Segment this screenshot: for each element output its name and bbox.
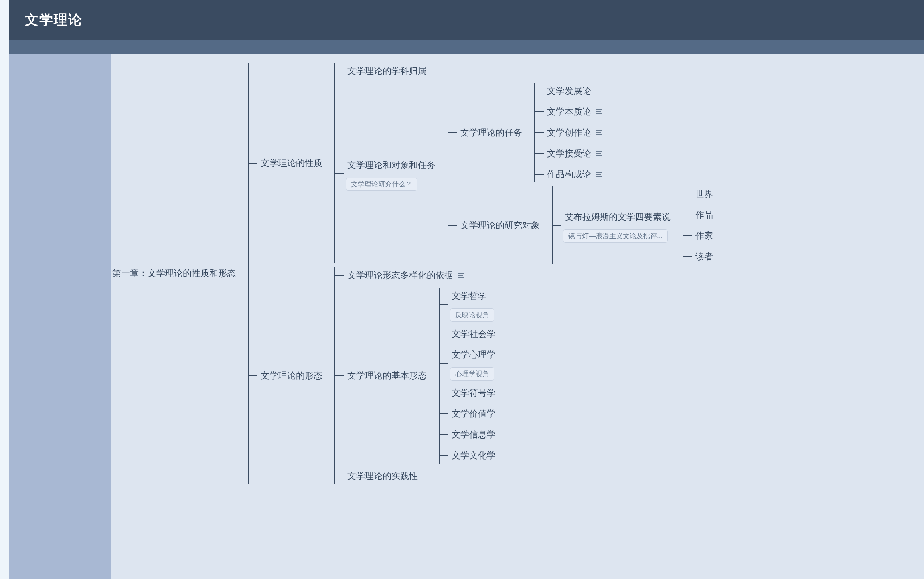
mindmap-node-label[interactable]: 读者 [694, 248, 715, 265]
mindmap-node[interactable]: 文学理论的形态文学理论形态多样化的依据文学理论的基本形态文学哲学反映论视角文学社… [259, 267, 715, 484]
mindmap-node-label[interactable]: 文学理论的实践性 [346, 468, 419, 484]
notes-icon[interactable] [596, 172, 602, 177]
mindmap-node-label[interactable]: 作家 [694, 227, 715, 244]
mindmap-node-label[interactable]: 世界 [694, 186, 715, 202]
mindmap-node-label[interactable]: 文学文化学 [450, 447, 497, 464]
mindmap-node[interactable]: 文学哲学反映论视角 [450, 287, 498, 322]
mindmap-node-label[interactable]: 文学理论的研究对象 [459, 217, 541, 234]
mindmap-node[interactable]: 文学理论的学科归属 [346, 63, 715, 79]
mindmap-node-label[interactable]: 文学哲学 [450, 287, 488, 304]
mindmap-node[interactable]: 文学社会学 [450, 326, 498, 342]
mindmap-children: 世界作品作家读者 [683, 186, 715, 265]
app-subheader [9, 40, 924, 54]
mindmap-node-label[interactable]: 文学理论的学科归属 [346, 63, 428, 79]
mindmap-children: 文学哲学反映论视角文学社会学文学心理学心理学视角文学符号学文学价值学文学信息学文… [439, 288, 498, 464]
mindmap-node-caption: 文学理论研究什么？ [346, 178, 417, 191]
mindmap-node[interactable]: 第一章：文学理论的性质和形态文学理论的性质文学理论的学科归属文学理论和对象和任务… [111, 63, 715, 484]
mindmap-node[interactable]: 文学文化学 [450, 447, 498, 464]
mindmap-node[interactable]: 文学心理学心理学视角 [450, 346, 498, 381]
mindmap-node-label[interactable]: 第一章：文学理论的性质和形态 [111, 265, 237, 282]
mindmap-node[interactable]: 文学理论形态多样化的依据 [346, 267, 498, 284]
mindmap-node-label[interactable]: 文学创作论 [545, 124, 593, 141]
mindmap-node[interactable]: 文学理论和对象和任务文学理论研究什么？文学理论的任务文学发展论文学本质论文学创作… [346, 83, 715, 264]
notes-icon[interactable] [596, 109, 602, 114]
mindmap-node-label[interactable]: 文学理论形态多样化的依据 [346, 267, 455, 284]
mindmap-node[interactable]: 作家 [694, 227, 715, 244]
notes-icon[interactable] [596, 89, 602, 93]
notes-icon[interactable] [458, 273, 464, 278]
notes-icon[interactable] [596, 151, 602, 156]
mindmap-node-label[interactable]: 文学理论的性质 [259, 155, 324, 172]
mindmap-node[interactable]: 作品 [694, 206, 715, 223]
mindmap-node[interactable]: 文学理论的基本形态文学哲学反映论视角文学社会学文学心理学心理学视角文学符号学文学… [346, 288, 498, 464]
mindmap-node-caption: 镜与灯—浪漫主义文论及批评... [563, 229, 668, 243]
mindmap-node[interactable]: 作品构成论 [545, 166, 602, 183]
mindmap-node[interactable]: 文学理论的研究对象艾布拉姆斯的文学四要素说镜与灯—浪漫主义文论及批评...世界作… [459, 186, 715, 264]
app-header: 文学理论 [9, 0, 924, 40]
mindmap-node[interactable]: 文学理论的实践性 [346, 468, 498, 484]
mindmap-node-label[interactable]: 文学信息学 [450, 426, 497, 443]
mindmap-children: 文学发展论文学本质论文学创作论文学接受论作品构成论 [534, 83, 602, 182]
mindmap-node-caption: 反映论视角 [450, 308, 494, 322]
mindmap-node-label[interactable]: 文学理论和对象和任务 [346, 157, 437, 174]
sidebar-rail [9, 54, 111, 579]
mindmap-canvas[interactable]: 第一章：文学理论的性质和形态文学理论的性质文学理论的学科归属文学理论和对象和任务… [111, 54, 924, 579]
mindmap-children: 艾布拉姆斯的文学四要素说镜与灯—浪漫主义文论及批评...世界作品作家读者 [552, 186, 715, 264]
mindmap-node[interactable]: 文学发展论 [545, 83, 602, 99]
page-title: 文学理论 [25, 11, 83, 29]
mindmap-node[interactable]: 文学本质论 [545, 103, 602, 120]
mindmap-node-label[interactable]: 文学发展论 [545, 83, 593, 99]
mindmap-root: 第一章：文学理论的性质和形态文学理论的性质文学理论的学科归属文学理论和对象和任务… [111, 54, 924, 484]
mindmap-node[interactable]: 文学符号学 [450, 385, 498, 401]
mindmap-node-label[interactable]: 艾布拉姆斯的文学四要素说 [563, 209, 672, 225]
mindmap-node[interactable]: 读者 [694, 248, 715, 265]
mindmap-children: 文学理论的任务文学发展论文学本质论文学创作论文学接受论作品构成论文学理论的研究对… [448, 83, 715, 264]
mindmap-node-label[interactable]: 文学符号学 [450, 385, 497, 401]
mindmap-node-label[interactable]: 文学理论的任务 [459, 124, 524, 141]
mindmap-node-label[interactable]: 文学接受论 [545, 145, 593, 162]
mindmap-node[interactable]: 文学价值学 [450, 405, 498, 422]
notes-icon[interactable] [432, 69, 438, 73]
mindmap-node[interactable]: 文学信息学 [450, 426, 498, 443]
mindmap-node-label[interactable]: 文学心理学 [450, 346, 497, 363]
mindmap-children: 文学理论形态多样化的依据文学理论的基本形态文学哲学反映论视角文学社会学文学心理学… [334, 267, 498, 484]
mindmap-node-label[interactable]: 作品构成论 [545, 166, 593, 183]
mindmap-node-label[interactable]: 作品 [694, 206, 715, 223]
mindmap-node-label[interactable]: 文学理论的形态 [259, 367, 324, 384]
mindmap-node-caption: 心理学视角 [450, 367, 494, 381]
mindmap-node[interactable]: 艾布拉姆斯的文学四要素说镜与灯—浪漫主义文论及批评...世界作品作家读者 [563, 186, 715, 265]
mindmap-node[interactable]: 世界 [694, 186, 715, 202]
mindmap-children: 文学理论的性质文学理论的学科归属文学理论和对象和任务文学理论研究什么？文学理论的… [248, 63, 715, 484]
mindmap-node-label[interactable]: 文学本质论 [545, 103, 593, 120]
mindmap-node-label[interactable]: 文学理论的基本形态 [346, 367, 428, 384]
mindmap-node[interactable]: 文学创作论 [545, 124, 602, 141]
mindmap-node[interactable]: 文学理论的性质文学理论的学科归属文学理论和对象和任务文学理论研究什么？文学理论的… [259, 63, 715, 263]
mindmap-node-label[interactable]: 文学价值学 [450, 405, 497, 422]
mindmap-children: 文学理论的学科归属文学理论和对象和任务文学理论研究什么？文学理论的任务文学发展论… [334, 63, 715, 263]
mindmap-node[interactable]: 文学接受论 [545, 145, 602, 162]
notes-icon[interactable] [596, 130, 602, 135]
notes-icon[interactable] [492, 294, 498, 298]
mindmap-node-label[interactable]: 文学社会学 [450, 326, 497, 342]
mindmap-node[interactable]: 文学理论的任务文学发展论文学本质论文学创作论文学接受论作品构成论 [459, 83, 715, 182]
